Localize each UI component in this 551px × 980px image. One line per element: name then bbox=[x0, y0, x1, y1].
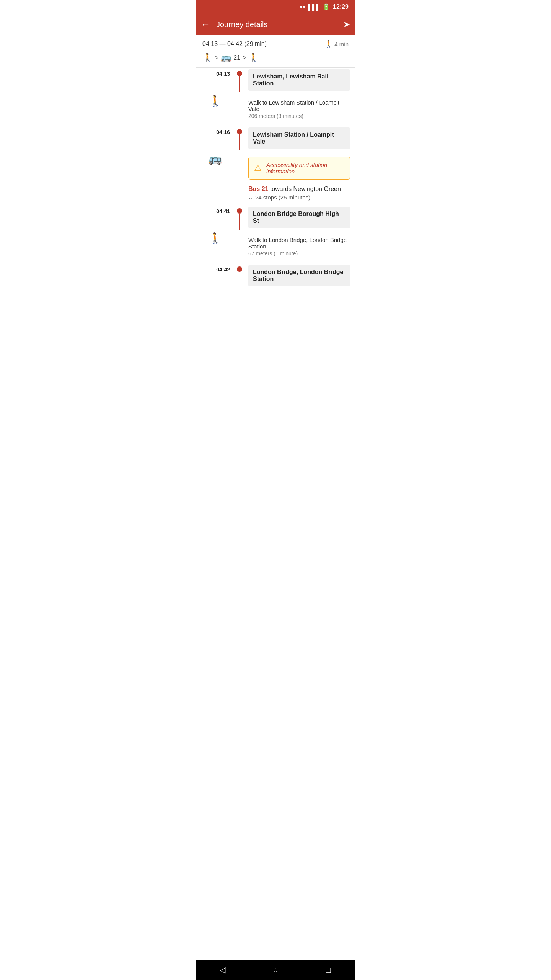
nav-home-button[interactable]: ○ bbox=[264, 962, 287, 978]
chevron-down-icon[interactable]: ⌄ bbox=[248, 194, 253, 201]
time-col-4: 04:42 bbox=[196, 263, 234, 288]
walk-minutes: 4 min bbox=[334, 41, 349, 47]
clock: 12:29 bbox=[333, 3, 349, 10]
walk-meters-1: 206 meters (3 minutes) bbox=[248, 113, 350, 119]
dot-4 bbox=[237, 266, 242, 272]
vline-1 bbox=[239, 76, 240, 92]
walk-mode-icon: 🚶 bbox=[202, 53, 213, 63]
content-1: Lewisham, Lewisham Rail Station bbox=[245, 68, 355, 92]
time-4: 04:42 bbox=[216, 266, 234, 273]
vline-3 bbox=[239, 214, 240, 230]
time-col-3: 04:41 bbox=[196, 205, 234, 230]
bottom-nav-bar: ◁ ○ □ bbox=[196, 960, 355, 980]
status-bar: ▾▾ ▌▌▌ 🔋 12:29 bbox=[196, 0, 355, 14]
walk-content-2: Walk to London Bridge, London Bridge Sta… bbox=[245, 230, 355, 263]
dot-1 bbox=[237, 71, 242, 76]
bus-mode-icon: 🚌 bbox=[221, 53, 231, 63]
time-1: 04:13 bbox=[216, 71, 234, 77]
arrow-2: > bbox=[243, 54, 246, 61]
walk-person-icon-1: 🚶 bbox=[209, 95, 222, 107]
station-block-3: London Bridge Borough High St bbox=[248, 207, 350, 228]
dot-2 bbox=[237, 129, 242, 134]
time-col-2: 04:16 bbox=[196, 126, 234, 150]
walk-block-1: Walk to Lewisham Station / Loampit Vale … bbox=[248, 95, 350, 123]
station-block-4: London Bridge, London Bridge Station bbox=[248, 265, 350, 286]
journey-time-range: 04:13 — 04:42 (29 min) bbox=[202, 41, 267, 47]
line-area-3 bbox=[234, 205, 245, 230]
line-area-1 bbox=[234, 68, 245, 92]
station-block-2: Lewisham Station / Loampit Vale bbox=[248, 127, 350, 149]
line-area-2 bbox=[234, 126, 245, 150]
content-4: London Bridge, London Bridge Station bbox=[245, 263, 355, 288]
walk-segment-2: 🚶 Walk to London Bridge, London Bridge S… bbox=[196, 230, 355, 263]
back-button[interactable]: ← bbox=[201, 19, 210, 30]
nav-back-button[interactable]: ◁ bbox=[211, 962, 234, 978]
warning-icon: ⚠ bbox=[254, 163, 262, 173]
walk-icon-small: 🚶 bbox=[324, 40, 333, 48]
dot-3 bbox=[237, 208, 242, 214]
battery-icon: 🔋 bbox=[323, 3, 330, 10]
content-2: Lewisham Station / Loampit Vale bbox=[245, 126, 355, 150]
page-title: Journey details bbox=[216, 20, 343, 29]
walk-time: 🚶 4 min bbox=[324, 40, 349, 48]
station-name-1: Lewisham, Lewisham Rail Station bbox=[253, 73, 328, 87]
signal-icon: ▌▌▌ bbox=[308, 4, 320, 10]
vline-2 bbox=[239, 134, 240, 150]
bus-line-name: Bus 21 towards Newington Green bbox=[248, 186, 350, 193]
line-area-4 bbox=[234, 263, 245, 288]
segment-3: 04:41 London Bridge Borough High St bbox=[196, 205, 355, 230]
walk-person-icon-2: 🚶 bbox=[209, 232, 222, 245]
arrow-1: > bbox=[215, 54, 218, 61]
station-block-1: Lewisham, Lewisham Rail Station bbox=[248, 69, 350, 91]
bus-direction: towards Newington Green bbox=[270, 186, 341, 192]
wifi-icon: ▾▾ bbox=[300, 3, 306, 10]
bus-info: Bus 21 towards Newington Green ⌄ 24 stop… bbox=[248, 183, 350, 202]
time-3: 04:41 bbox=[216, 208, 234, 214]
segment-2: 04:16 Lewisham Station / Loampit Vale bbox=[196, 126, 355, 150]
accessibility-text: Accessibility and station information bbox=[266, 162, 344, 175]
bus-stops-count: 24 stops (25 minutes) bbox=[255, 194, 310, 201]
walk-content-1: Walk to Lewisham Station / Loampit Vale … bbox=[245, 92, 355, 126]
journey-summary: 04:13 — 04:42 (29 min) 🚶 4 min 🚶 > 🚌 21 … bbox=[196, 35, 355, 68]
status-icons: ▾▾ ▌▌▌ 🔋 bbox=[300, 3, 330, 10]
journey-mode-row: 🚶 > 🚌 21 > 🚶 bbox=[202, 51, 349, 64]
station-name-2: Lewisham Station / Loampit Vale bbox=[253, 131, 334, 145]
walk-desc-2: Walk to London Bridge, London Bridge Sta… bbox=[248, 237, 350, 250]
bus-number-label: Bus 21 bbox=[248, 186, 268, 192]
segment-1: 04:13 Lewisham, Lewisham Rail Station bbox=[196, 68, 355, 92]
accessibility-banner[interactable]: ⚠ Accessibility and station information bbox=[248, 157, 350, 180]
content-3: London Bridge Borough High St bbox=[245, 205, 355, 230]
bus-content: ⚠ Accessibility and station information … bbox=[245, 150, 355, 205]
walk-meters-2: 67 meters (1 minute) bbox=[248, 250, 350, 256]
journey-time-row: 04:13 — 04:42 (29 min) 🚶 4 min bbox=[202, 40, 349, 48]
walk-icon-space-1: 🚶 bbox=[196, 92, 234, 107]
time-2: 04:16 bbox=[216, 129, 234, 135]
bus-segment: 🚌 ⚠ Accessibility and station informatio… bbox=[196, 150, 355, 205]
bus-icon-space: 🚌 bbox=[196, 150, 234, 165]
share-button[interactable]: ➤ bbox=[343, 20, 350, 29]
walk-icon-space-2: 🚶 bbox=[196, 230, 234, 245]
nav-recent-button[interactable]: □ bbox=[317, 962, 340, 978]
walk-segment-1: 🚶 Walk to Lewisham Station / Loampit Val… bbox=[196, 92, 355, 126]
time-col-1: 04:13 bbox=[196, 68, 234, 92]
bus-icon-timeline: 🚌 bbox=[209, 153, 222, 165]
station-name-3: London Bridge Borough High St bbox=[253, 211, 339, 224]
station-name-4: London Bridge, London Bridge Station bbox=[253, 269, 343, 282]
walk-block-2: Walk to London Bridge, London Bridge Sta… bbox=[248, 233, 350, 260]
bus-mode-number: 21 bbox=[233, 54, 240, 61]
walk-mode-icon-2: 🚶 bbox=[248, 53, 259, 63]
top-bar: ← Journey details ➤ bbox=[196, 14, 355, 35]
segment-4: 04:42 London Bridge, London Bridge Stati… bbox=[196, 263, 355, 288]
bus-stops-row[interactable]: ⌄ 24 stops (25 minutes) bbox=[248, 194, 350, 201]
walk-desc-1: Walk to Lewisham Station / Loampit Vale bbox=[248, 99, 350, 112]
journey-body: 04:13 Lewisham, Lewisham Rail Station 🚶 bbox=[196, 68, 355, 296]
